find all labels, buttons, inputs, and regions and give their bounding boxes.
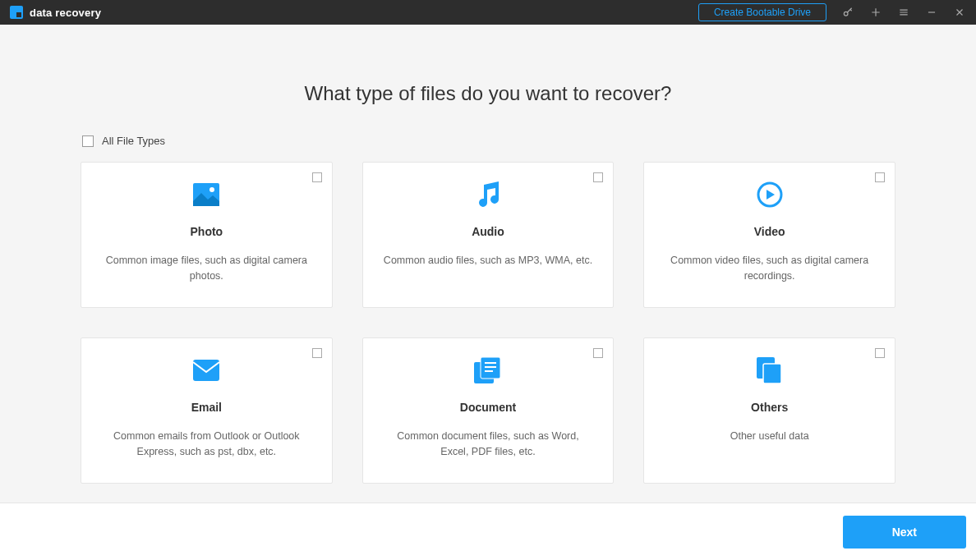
- all-file-types-row[interactable]: All File Types: [81, 135, 895, 147]
- card-audio-desc: Common audio files, such as MP3, WMA, et…: [377, 253, 599, 269]
- card-document-title: Document: [460, 401, 516, 414]
- next-button[interactable]: Next: [843, 516, 966, 549]
- file-type-grid: Photo Common image files, such as digita…: [81, 162, 895, 484]
- music-icon: [476, 181, 500, 209]
- card-email-checkbox[interactable]: [312, 348, 322, 358]
- card-video-checkbox[interactable]: [875, 172, 885, 182]
- card-document-desc: Common document files, such as Word, Exc…: [376, 429, 601, 460]
- card-email-desc: Common emails from Outlook or Outlook Ex…: [94, 429, 319, 460]
- app-logo-icon: [10, 6, 23, 19]
- titlebar-left: data recovery: [10, 6, 101, 19]
- titlebar-right: Create Bootable Drive: [698, 3, 966, 21]
- copy-icon: [757, 356, 783, 384]
- card-email[interactable]: Email Common emails from Outlook or Outl…: [81, 337, 333, 484]
- play-icon: [757, 181, 783, 209]
- card-others[interactable]: Others Other useful data: [643, 337, 895, 484]
- footer: Next: [0, 503, 976, 560]
- svg-rect-4: [193, 360, 219, 381]
- plus-icon[interactable]: [869, 6, 882, 19]
- svg-rect-7: [485, 362, 496, 364]
- svg-rect-9: [485, 370, 493, 372]
- card-photo-title: Photo: [191, 225, 223, 238]
- titlebar: data recovery Create Bootable Drive: [0, 0, 976, 25]
- card-others-title: Others: [751, 401, 788, 414]
- document-icon: [474, 356, 502, 384]
- mail-icon: [193, 356, 219, 384]
- card-video[interactable]: Video Common video files, such as digita…: [643, 162, 895, 308]
- svg-point-0: [844, 11, 848, 16]
- card-audio-title: Audio: [472, 225, 504, 238]
- card-others-desc: Other useful data: [724, 429, 816, 444]
- svg-point-2: [209, 187, 214, 192]
- card-audio-checkbox[interactable]: [593, 172, 603, 182]
- all-file-types-label: All File Types: [102, 135, 165, 147]
- all-file-types-checkbox[interactable]: [82, 135, 94, 147]
- svg-rect-8: [485, 366, 496, 368]
- menu-icon[interactable]: [897, 6, 910, 19]
- card-audio[interactable]: Audio Common audio files, such as MP3, W…: [362, 162, 615, 308]
- card-others-checkbox[interactable]: [875, 348, 885, 358]
- svg-rect-11: [763, 364, 781, 383]
- card-video-title: Video: [754, 225, 785, 238]
- minimize-icon[interactable]: [925, 6, 938, 19]
- page-title: What type of files do you want to recove…: [305, 82, 672, 105]
- card-document-checkbox[interactable]: [593, 348, 603, 358]
- card-video-desc: Common video files, such as digital came…: [657, 253, 882, 284]
- key-icon[interactable]: [841, 6, 854, 19]
- image-icon: [193, 181, 219, 209]
- create-bootable-drive-button[interactable]: Create Bootable Drive: [698, 3, 826, 21]
- card-photo[interactable]: Photo Common image files, such as digita…: [81, 162, 333, 308]
- card-email-title: Email: [191, 401, 222, 414]
- close-icon[interactable]: [953, 6, 966, 19]
- app-title: data recovery: [30, 7, 101, 19]
- card-photo-desc: Common image files, such as digital came…: [94, 253, 319, 284]
- card-document[interactable]: Document Common document files, such as …: [362, 337, 615, 484]
- main-content: What type of files do you want to recove…: [0, 25, 976, 503]
- card-photo-checkbox[interactable]: [312, 172, 322, 182]
